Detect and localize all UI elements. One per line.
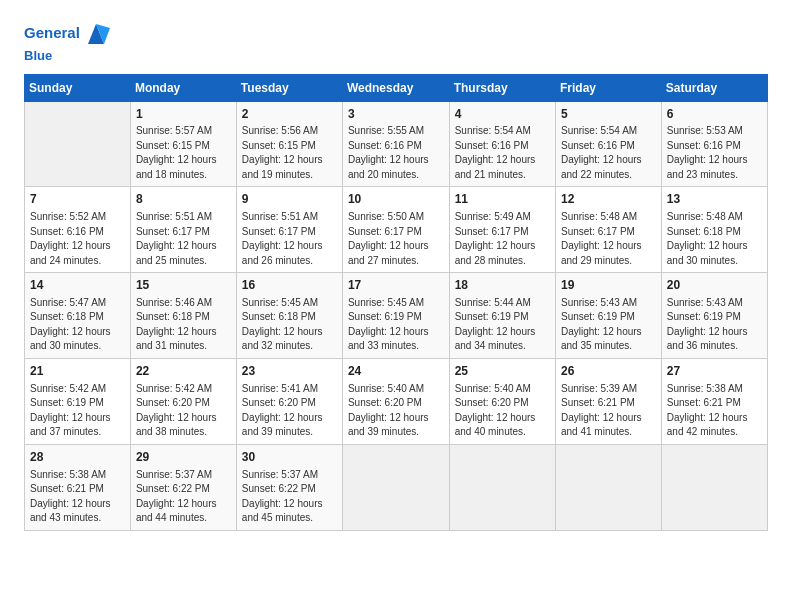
calendar-cell (661, 444, 767, 530)
calendar-cell: 17Sunrise: 5:45 AM Sunset: 6:19 PM Dayli… (342, 273, 449, 359)
calendar-cell: 15Sunrise: 5:46 AM Sunset: 6:18 PM Dayli… (130, 273, 236, 359)
day-info: Sunrise: 5:52 AM Sunset: 6:16 PM Dayligh… (30, 210, 125, 268)
day-info: Sunrise: 5:49 AM Sunset: 6:17 PM Dayligh… (455, 210, 550, 268)
day-info: Sunrise: 5:44 AM Sunset: 6:19 PM Dayligh… (455, 296, 550, 354)
day-number: 22 (136, 363, 231, 380)
day-number: 5 (561, 106, 656, 123)
calendar-cell: 2Sunrise: 5:56 AM Sunset: 6:15 PM Daylig… (236, 101, 342, 187)
calendar-cell: 3Sunrise: 5:55 AM Sunset: 6:16 PM Daylig… (342, 101, 449, 187)
calendar-week-4: 21Sunrise: 5:42 AM Sunset: 6:19 PM Dayli… (25, 358, 768, 444)
day-info: Sunrise: 5:57 AM Sunset: 6:15 PM Dayligh… (136, 124, 231, 182)
calendar-cell (449, 444, 555, 530)
day-number: 14 (30, 277, 125, 294)
calendar-cell: 24Sunrise: 5:40 AM Sunset: 6:20 PM Dayli… (342, 358, 449, 444)
day-number: 15 (136, 277, 231, 294)
calendar-cell: 11Sunrise: 5:49 AM Sunset: 6:17 PM Dayli… (449, 187, 555, 273)
day-number: 20 (667, 277, 762, 294)
calendar-cell (25, 101, 131, 187)
calendar-cell: 21Sunrise: 5:42 AM Sunset: 6:19 PM Dayli… (25, 358, 131, 444)
calendar-cell (342, 444, 449, 530)
day-info: Sunrise: 5:45 AM Sunset: 6:18 PM Dayligh… (242, 296, 337, 354)
day-number: 28 (30, 449, 125, 466)
day-info: Sunrise: 5:53 AM Sunset: 6:16 PM Dayligh… (667, 124, 762, 182)
calendar-cell: 27Sunrise: 5:38 AM Sunset: 6:21 PM Dayli… (661, 358, 767, 444)
day-number: 12 (561, 191, 656, 208)
day-info: Sunrise: 5:37 AM Sunset: 6:22 PM Dayligh… (242, 468, 337, 526)
day-info: Sunrise: 5:54 AM Sunset: 6:16 PM Dayligh… (561, 124, 656, 182)
calendar-header-row: SundayMondayTuesdayWednesdayThursdayFrid… (25, 74, 768, 101)
day-number: 27 (667, 363, 762, 380)
logo-icon (82, 20, 110, 48)
weekday-header-saturday: Saturday (661, 74, 767, 101)
calendar-cell: 12Sunrise: 5:48 AM Sunset: 6:17 PM Dayli… (555, 187, 661, 273)
day-info: Sunrise: 5:39 AM Sunset: 6:21 PM Dayligh… (561, 382, 656, 440)
calendar-cell: 30Sunrise: 5:37 AM Sunset: 6:22 PM Dayli… (236, 444, 342, 530)
day-info: Sunrise: 5:48 AM Sunset: 6:17 PM Dayligh… (561, 210, 656, 268)
weekday-header-friday: Friday (555, 74, 661, 101)
day-number: 17 (348, 277, 444, 294)
day-number: 21 (30, 363, 125, 380)
logo: General Blue (24, 20, 110, 64)
day-number: 4 (455, 106, 550, 123)
calendar-cell: 9Sunrise: 5:51 AM Sunset: 6:17 PM Daylig… (236, 187, 342, 273)
calendar-cell: 6Sunrise: 5:53 AM Sunset: 6:16 PM Daylig… (661, 101, 767, 187)
day-info: Sunrise: 5:48 AM Sunset: 6:18 PM Dayligh… (667, 210, 762, 268)
day-number: 1 (136, 106, 231, 123)
day-number: 24 (348, 363, 444, 380)
day-number: 2 (242, 106, 337, 123)
day-number: 9 (242, 191, 337, 208)
calendar-cell (555, 444, 661, 530)
day-info: Sunrise: 5:42 AM Sunset: 6:19 PM Dayligh… (30, 382, 125, 440)
weekday-header-monday: Monday (130, 74, 236, 101)
calendar-cell: 25Sunrise: 5:40 AM Sunset: 6:20 PM Dayli… (449, 358, 555, 444)
weekday-header-wednesday: Wednesday (342, 74, 449, 101)
day-info: Sunrise: 5:43 AM Sunset: 6:19 PM Dayligh… (667, 296, 762, 354)
calendar-week-3: 14Sunrise: 5:47 AM Sunset: 6:18 PM Dayli… (25, 273, 768, 359)
calendar-cell: 10Sunrise: 5:50 AM Sunset: 6:17 PM Dayli… (342, 187, 449, 273)
day-info: Sunrise: 5:47 AM Sunset: 6:18 PM Dayligh… (30, 296, 125, 354)
calendar-cell: 26Sunrise: 5:39 AM Sunset: 6:21 PM Dayli… (555, 358, 661, 444)
logo-text: General (24, 20, 110, 48)
day-number: 6 (667, 106, 762, 123)
calendar-cell: 18Sunrise: 5:44 AM Sunset: 6:19 PM Dayli… (449, 273, 555, 359)
day-info: Sunrise: 5:38 AM Sunset: 6:21 PM Dayligh… (667, 382, 762, 440)
day-info: Sunrise: 5:43 AM Sunset: 6:19 PM Dayligh… (561, 296, 656, 354)
day-info: Sunrise: 5:45 AM Sunset: 6:19 PM Dayligh… (348, 296, 444, 354)
day-number: 23 (242, 363, 337, 380)
calendar-cell: 4Sunrise: 5:54 AM Sunset: 6:16 PM Daylig… (449, 101, 555, 187)
day-number: 3 (348, 106, 444, 123)
day-number: 10 (348, 191, 444, 208)
day-info: Sunrise: 5:38 AM Sunset: 6:21 PM Dayligh… (30, 468, 125, 526)
calendar-cell: 29Sunrise: 5:37 AM Sunset: 6:22 PM Dayli… (130, 444, 236, 530)
calendar-week-2: 7Sunrise: 5:52 AM Sunset: 6:16 PM Daylig… (25, 187, 768, 273)
day-number: 11 (455, 191, 550, 208)
calendar-cell: 7Sunrise: 5:52 AM Sunset: 6:16 PM Daylig… (25, 187, 131, 273)
day-number: 30 (242, 449, 337, 466)
calendar-cell: 23Sunrise: 5:41 AM Sunset: 6:20 PM Dayli… (236, 358, 342, 444)
logo-blue: Blue (24, 48, 110, 64)
day-number: 29 (136, 449, 231, 466)
day-number: 7 (30, 191, 125, 208)
day-number: 26 (561, 363, 656, 380)
page-header: General Blue (24, 20, 768, 64)
calendar-cell: 16Sunrise: 5:45 AM Sunset: 6:18 PM Dayli… (236, 273, 342, 359)
day-info: Sunrise: 5:56 AM Sunset: 6:15 PM Dayligh… (242, 124, 337, 182)
weekday-header-sunday: Sunday (25, 74, 131, 101)
day-info: Sunrise: 5:50 AM Sunset: 6:17 PM Dayligh… (348, 210, 444, 268)
calendar-cell: 8Sunrise: 5:51 AM Sunset: 6:17 PM Daylig… (130, 187, 236, 273)
day-info: Sunrise: 5:55 AM Sunset: 6:16 PM Dayligh… (348, 124, 444, 182)
weekday-header-tuesday: Tuesday (236, 74, 342, 101)
day-info: Sunrise: 5:51 AM Sunset: 6:17 PM Dayligh… (136, 210, 231, 268)
day-info: Sunrise: 5:40 AM Sunset: 6:20 PM Dayligh… (455, 382, 550, 440)
calendar-cell: 20Sunrise: 5:43 AM Sunset: 6:19 PM Dayli… (661, 273, 767, 359)
day-number: 13 (667, 191, 762, 208)
calendar-table: SundayMondayTuesdayWednesdayThursdayFrid… (24, 74, 768, 531)
day-info: Sunrise: 5:42 AM Sunset: 6:20 PM Dayligh… (136, 382, 231, 440)
calendar-cell: 28Sunrise: 5:38 AM Sunset: 6:21 PM Dayli… (25, 444, 131, 530)
weekday-header-thursday: Thursday (449, 74, 555, 101)
day-info: Sunrise: 5:51 AM Sunset: 6:17 PM Dayligh… (242, 210, 337, 268)
calendar-week-5: 28Sunrise: 5:38 AM Sunset: 6:21 PM Dayli… (25, 444, 768, 530)
calendar-week-1: 1Sunrise: 5:57 AM Sunset: 6:15 PM Daylig… (25, 101, 768, 187)
day-info: Sunrise: 5:54 AM Sunset: 6:16 PM Dayligh… (455, 124, 550, 182)
day-number: 19 (561, 277, 656, 294)
